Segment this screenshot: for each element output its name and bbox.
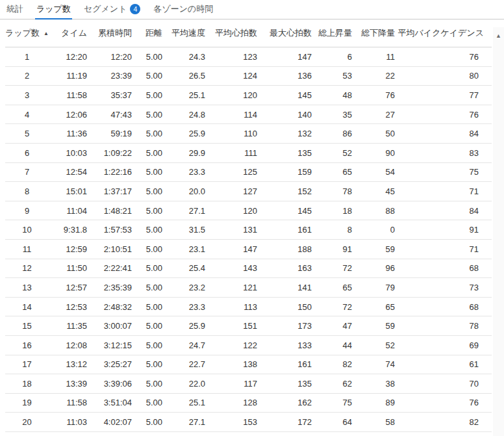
table-cell: 7 <box>5 162 55 182</box>
table-cell: 2 <box>5 66 55 86</box>
table-cell: 8 <box>314 220 355 240</box>
table-cell: 11:58 <box>55 86 90 105</box>
table-cell: 11:04 <box>55 201 90 220</box>
table-cell: 83 <box>397 143 492 162</box>
lap-row-13[interactable]: 1312:572:35:395.0023.2121141657973 <box>5 278 492 298</box>
table-cell: 13:39 <box>55 374 90 394</box>
table-cell: 11:19 <box>55 66 90 86</box>
table-cell: 1:09:22 <box>90 143 134 162</box>
column-header-0[interactable]: ラップ数▲ <box>5 19 55 47</box>
lap-row-20[interactable]: 2011:034:02:075.0027.1153172645882 <box>5 413 492 432</box>
table-cell: 65 <box>355 297 397 316</box>
table-cell: 23.3 <box>165 297 208 316</box>
tab-laps[interactable]: ラップ数 <box>35 0 72 19</box>
lap-row-12[interactable]: 1211:502:22:415.0025.4143163729668 <box>5 259 492 278</box>
table-cell: 20 <box>5 413 55 432</box>
lap-row-9[interactable]: 911:041:48:215.0027.1120145188884 <box>5 201 492 220</box>
table-cell: 23.3 <box>165 162 208 182</box>
table-cell: 27 <box>355 105 397 124</box>
column-header-5[interactable]: 平均心拍数 <box>208 19 260 47</box>
table-cell: 18 <box>314 201 355 220</box>
lap-row-14[interactable]: 1412:532:48:325.0023.3113150726568 <box>5 297 492 316</box>
table-cell: 35 <box>314 105 355 124</box>
table-cell: 123 <box>208 47 260 67</box>
table-cell: 163 <box>260 259 314 278</box>
lap-row-4[interactable]: 412:0647:435.0024.8114140352776 <box>5 105 492 124</box>
table-cell: 12:20 <box>90 47 134 67</box>
table-cell: 96 <box>355 259 397 278</box>
table-cell: 6 <box>314 47 355 67</box>
table-cell: 25.1 <box>165 393 208 413</box>
column-header-3[interactable]: 距離 <box>134 19 165 47</box>
lap-row-16[interactable]: 1612:083:12:155.0024.7122133445269 <box>5 335 492 355</box>
table-cell: 133 <box>260 335 314 355</box>
tab-segments[interactable]: セグメント4 <box>82 0 142 19</box>
lap-row-10[interactable]: 109:31.81:57:535.0031.51311618091 <box>5 220 492 240</box>
column-header-label: 平均速度 <box>171 28 205 38</box>
table-cell: 127 <box>208 182 260 201</box>
table-cell: 172 <box>260 413 314 432</box>
lap-row-5[interactable]: 511:3659:195.0025.9110132865084 <box>5 124 492 144</box>
column-header-6[interactable]: 最大心拍数 <box>260 19 314 47</box>
table-cell: 3:51:04 <box>90 393 134 413</box>
table-cell: 3:12:15 <box>90 335 134 355</box>
table-cell: 5.00 <box>134 124 165 144</box>
table-cell: 140 <box>260 105 314 124</box>
lap-row-18[interactable]: 1813:393:39:065.0022.0117135623870 <box>5 374 492 394</box>
table-cell: 69 <box>397 335 492 355</box>
column-header-4[interactable]: 平均速度 <box>165 19 208 47</box>
lap-row-3[interactable]: 311:5835:375.0025.1120145487677 <box>5 86 492 105</box>
table-cell: 77 <box>397 86 492 105</box>
table-cell: 1:37:17 <box>90 182 134 201</box>
vertical-scrollbar[interactable]: ▲ <box>493 27 504 436</box>
laps-table: ラップ数▲タイム累積時間距離平均速度平均心拍数最大心拍数総上昇量総下降量平均バイ… <box>5 19 492 432</box>
table-cell: 13 <box>5 278 55 298</box>
table-cell: 27.1 <box>165 413 208 432</box>
lap-row-2[interactable]: 211:1923:395.0026.5124136532280 <box>5 66 492 86</box>
table-cell: 136 <box>260 66 314 86</box>
table-cell: 68 <box>397 259 492 278</box>
table-cell: 161 <box>260 355 314 374</box>
column-header-1[interactable]: タイム <box>55 19 90 47</box>
tab-time-in-zones[interactable]: 各ゾーンの時間 <box>152 0 214 19</box>
column-header-2[interactable]: 累積時間 <box>90 19 134 47</box>
scroll-up-arrow-icon[interactable]: ▲ <box>496 27 501 39</box>
column-header-9[interactable]: 平均バイクケイデンス <box>397 19 492 47</box>
table-cell: 10:03 <box>55 143 90 162</box>
column-header-8[interactable]: 総下降量 <box>355 19 397 47</box>
column-header-label: 平均バイクケイデンス <box>398 28 484 38</box>
column-header-label: 距離 <box>145 28 162 38</box>
table-cell: 8 <box>5 182 55 201</box>
table-cell: 2:22:41 <box>90 259 134 278</box>
table-cell: 22.7 <box>165 355 208 374</box>
tab-statistics[interactable]: 統計 <box>5 0 25 19</box>
lap-row-15[interactable]: 1511:353:00:075.0025.9151173475978 <box>5 316 492 336</box>
table-cell: 131 <box>208 220 260 240</box>
table-cell: 15 <box>5 316 55 336</box>
lap-row-19[interactable]: 1911:583:51:045.0025.1128162758976 <box>5 393 492 413</box>
lap-row-8[interactable]: 815:011:37:175.0020.0127152784571 <box>5 182 492 201</box>
table-cell: 159 <box>260 162 314 182</box>
table-cell: 23.2 <box>165 278 208 298</box>
lap-row-11[interactable]: 1112:592:10:515.0023.1147188915971 <box>5 239 492 259</box>
table-cell: 61 <box>397 355 492 374</box>
table-cell: 147 <box>260 47 314 67</box>
table-cell: 53 <box>314 66 355 86</box>
tab-label: 統計 <box>6 3 23 15</box>
table-cell: 135 <box>260 374 314 394</box>
table-cell: 5.00 <box>134 47 165 67</box>
table-cell: 120 <box>208 201 260 220</box>
table-cell: 18 <box>5 374 55 394</box>
table-cell: 12:06 <box>55 105 90 124</box>
table-cell: 17 <box>5 355 55 374</box>
table-cell: 161 <box>260 220 314 240</box>
table-cell: 121 <box>208 278 260 298</box>
column-header-7[interactable]: 総上昇量 <box>314 19 355 47</box>
lap-row-17[interactable]: 1713:123:25:275.0022.7138161827461 <box>5 355 492 374</box>
table-cell: 22.0 <box>165 374 208 394</box>
table-cell: 82 <box>314 355 355 374</box>
lap-row-7[interactable]: 712:541:22:165.0023.3125159655475 <box>5 162 492 182</box>
table-cell: 76 <box>397 393 492 413</box>
lap-row-6[interactable]: 610:031:09:225.0029.9111135529083 <box>5 143 492 162</box>
lap-row-1[interactable]: 112:2012:205.0024.312314761176 <box>5 47 492 67</box>
